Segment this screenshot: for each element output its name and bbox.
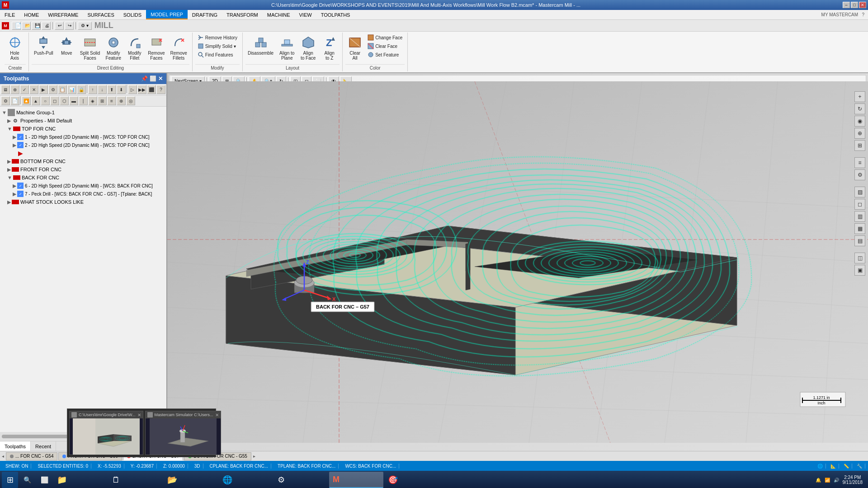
status-icon-2[interactable]: 📐 [828, 464, 839, 469]
taskbar-app-explorer[interactable]: 📁 [53, 472, 108, 488]
ribbon-btn-align-to-z[interactable]: Z Alignto Z [319, 33, 340, 62]
rt-btn-axes[interactable]: ≡ [854, 157, 865, 168]
start-button[interactable]: ⊞ [2, 472, 18, 488]
menu-wireframe[interactable]: WIREFRAME [43, 10, 83, 19]
ribbon-btn-clear-all[interactable]: ClearAll [345, 33, 364, 62]
ribbon-btn-remove-history[interactable]: Remove History [195, 33, 240, 42]
qa-new-btn[interactable]: 📄 [12, 22, 21, 30]
tree-item-op2[interactable]: ▶ ✓ 2 - 2D High Speed (2D Dynamic Mill) … [0, 141, 166, 149]
tp2-btn-extra2[interactable]: ◎ [126, 96, 135, 105]
tree-item-stock[interactable]: ▶ WHAT STOCK LOOKS LIKE [0, 198, 166, 206]
vp-btn-nextscreen[interactable]: NextScreen ▾ [171, 76, 205, 85]
ribbon-btn-modify-fillet[interactable]: ModifyFillet [124, 33, 145, 62]
panel-tab-toolpaths[interactable]: Toolpaths [0, 441, 31, 451]
taskbar-app-browser[interactable]: 🌐 [219, 472, 273, 488]
toolpaths-header-controls[interactable]: 📌 ⬜ ✕ [141, 75, 163, 82]
tree-item-bottom-cnc[interactable]: ▶ BOTTOM FOR CNC [0, 157, 166, 165]
tp-btn-13[interactable]: ⬇ [117, 85, 126, 94]
ribbon-btn-align-to-face[interactable]: Alignto Face [298, 33, 318, 62]
ribbon-btn-split-solid[interactable]: Split SolidFaces [78, 33, 102, 62]
vp-btn-zoom[interactable]: 🔍± [261, 76, 276, 85]
vp-btn-shading[interactable]: ◫ [290, 76, 301, 85]
taskbar-app-mastercam[interactable]: M [329, 472, 383, 488]
tp-btn-2[interactable]: ⊕ [10, 85, 19, 94]
tp2-btn-8[interactable]: ▬ [69, 96, 78, 105]
taskbar-app-settings[interactable]: ⚙ [274, 472, 328, 488]
vp-btn-pan[interactable]: ✋ [249, 76, 260, 85]
rt-btn-fit-screen[interactable]: ⊞ [854, 140, 865, 151]
tp-btn-4[interactable]: ✕ [29, 85, 38, 94]
tree-item-play[interactable]: ▶ [0, 149, 166, 157]
tp-btn-sim2[interactable]: ▶▶ [137, 85, 146, 94]
vp-btn-fit[interactable]: ⊞ [222, 76, 232, 85]
viewport[interactable]: NextScreen ▾ 2D ⊞ 🔍 ✋ 🔍± ↻ ◫ ◻ ⬜ 👁 📐 [167, 73, 868, 451]
qa-extra-btn[interactable]: ⚙ ▾ [78, 22, 92, 30]
rt-btn-extra-1[interactable]: ◫ [854, 253, 865, 263]
tp-btn-6[interactable]: ⚙ [48, 85, 57, 94]
vp-btn-2d[interactable]: 2D [209, 76, 221, 85]
tp2-btn-11[interactable]: ⊞ [98, 96, 107, 105]
tp2-btn-10[interactable]: ◈ [88, 96, 97, 105]
tp-btn-8[interactable]: 📊 [67, 85, 76, 94]
minimize-button[interactable]: – [843, 2, 850, 8]
search-btn[interactable]: 🔍 [19, 472, 35, 488]
ribbon-btn-disassemble[interactable]: Disassemble [245, 33, 276, 57]
menu-surfaces[interactable]: SURFACES [83, 10, 118, 19]
tp2-btn-3[interactable]: 🔼 [22, 96, 31, 105]
rt-btn-shading-4[interactable]: ▦ [854, 223, 865, 234]
tree-item-back-cnc[interactable]: ▼ BACK FOR CNC [0, 174, 166, 182]
status-icon-1[interactable]: 🌐 [815, 464, 826, 469]
plane-tabs-scroll-left[interactable]: ◂ [2, 454, 4, 459]
ribbon-btn-remove-fillets[interactable]: RemoveFillets [168, 33, 189, 62]
tp2-btn-2[interactable]: 📄 [10, 96, 19, 105]
menu-transform[interactable]: TRANSFORM [222, 10, 263, 19]
vp-btn-hidden[interactable]: ⬜ [312, 76, 324, 85]
menu-view[interactable]: VIEW [295, 10, 316, 19]
vp-btn-perspective[interactable]: 📐 [340, 76, 352, 85]
ribbon-btn-move[interactable]: Move [57, 33, 77, 57]
taskbar-app-extra[interactable]: 🎯 [384, 472, 439, 488]
tp-btn-sim[interactable]: ▷ [128, 85, 137, 94]
tree-item-op6[interactable]: ▶ ✓ 6 - 2D High Speed (2D Dynamic Mill) … [0, 182, 166, 190]
vp-btn-wire[interactable]: ◻ [302, 76, 311, 85]
menu-model-prep[interactable]: MODEL PREP [146, 10, 188, 19]
vp-btn-rotate[interactable]: ↻ [276, 76, 286, 85]
toolpaths-close-btn[interactable]: ✕ [158, 75, 163, 82]
toolpaths-pin-btn[interactable]: 📌 [141, 75, 148, 82]
ribbon-btn-push-pull[interactable]: Push-Pull [32, 33, 56, 57]
toolpaths-float-btn[interactable]: ⬜ [150, 75, 156, 82]
rt-btn-shading-5[interactable]: ▤ [854, 235, 865, 246]
tp-btn-7[interactable]: 📋 [58, 85, 67, 94]
ribbon-btn-align-to-plane[interactable]: Align toPlane [277, 33, 297, 62]
rt-btn-view-1[interactable]: ◉ [854, 116, 865, 127]
taskbar-network-icon[interactable]: 📶 [825, 478, 830, 483]
thumb-item-2[interactable]: Mastercam Simulator C:\Users... ✕ [145, 411, 221, 455]
taskbar-app-notepad[interactable]: 🗒 [108, 472, 163, 488]
vp-btn-zoom-sel[interactable]: 🔍 [233, 76, 245, 85]
plane-tabs-scroll-right[interactable]: ▸ [253, 454, 255, 459]
tp2-btn-4[interactable]: ▲ [31, 96, 40, 105]
menu-machine[interactable]: MACHINE [263, 10, 295, 19]
qa-redo-btn[interactable]: ↪ [65, 22, 74, 30]
ribbon-btn-change-face[interactable]: Change Face [365, 33, 405, 42]
tree-item-front-cnc[interactable]: ▶ FRONT FOR CNC [0, 165, 166, 174]
tree-item-properties[interactable]: ▶ ⚙ Properties - Mill Default [0, 117, 166, 125]
tp2-btn-extra1[interactable]: ⊕ [117, 96, 126, 105]
qa-undo-btn[interactable]: ↩ [55, 22, 64, 30]
ribbon-btn-clear-face[interactable]: Clear Face [365, 42, 405, 50]
maximize-button[interactable]: □ [851, 2, 858, 8]
tp2-btn-1[interactable]: ⚙ [1, 96, 10, 105]
ribbon-btn-modify-feature[interactable]: ModifyFeature [103, 33, 123, 62]
tp-btn-9[interactable]: 🔒 [77, 85, 86, 94]
ribbon-btn-remove-faces[interactable]: RemoveFaces [146, 33, 167, 62]
ribbon-btn-set-feature[interactable]: Set Feature [365, 51, 405, 59]
tp-btn-1[interactable]: 🖥 [1, 85, 10, 94]
tp2-btn-5[interactable]: ○ [41, 96, 50, 105]
close-button[interactable]: ✕ [859, 2, 866, 8]
rt-btn-cursor[interactable]: ⊕ [854, 128, 865, 139]
menu-drafting[interactable]: DRAFTING [188, 10, 222, 19]
thumb-item-1[interactable]: C:\Users\timr\Google Drive\W... ✕ [69, 411, 143, 455]
tree-item-op1[interactable]: ▶ ✓ 1 - 2D High Speed (2D Dynamic Mill) … [0, 133, 166, 141]
taskview-btn[interactable]: ⬜ [36, 472, 52, 488]
ribbon-btn-simplify-solid[interactable]: Simplify Solid ▾ [195, 42, 240, 50]
